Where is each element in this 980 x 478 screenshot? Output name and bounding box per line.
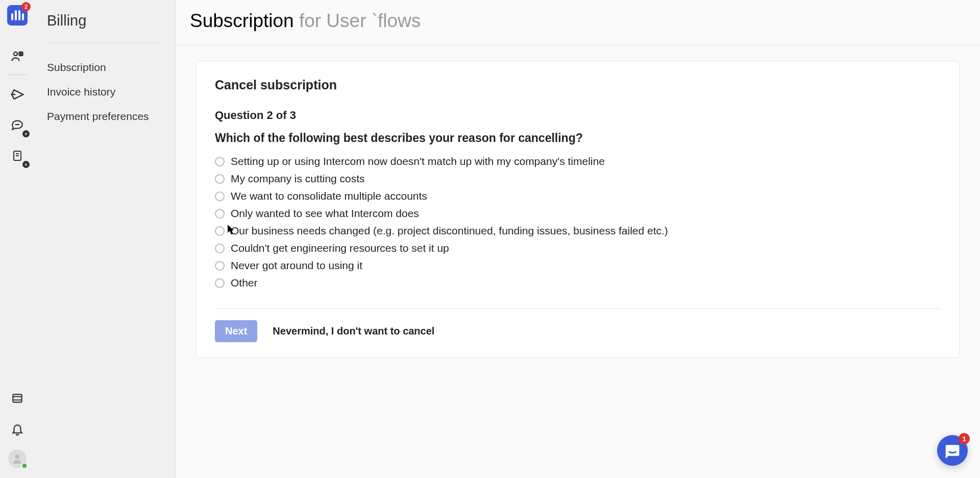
radio-label: Couldn't get engineering resources to se… xyxy=(231,242,449,254)
user-avatar[interactable] xyxy=(8,449,27,468)
page-title-bold: Subscription xyxy=(190,10,294,31)
reason-option-just-looking[interactable]: Only wanted to see what Intercom does xyxy=(215,207,941,220)
page-header: Subscription for User `flows xyxy=(176,0,980,45)
cancel-reason-options: Setting up or using Intercom now doesn't… xyxy=(215,155,941,289)
intercom-logo-icon xyxy=(11,10,24,20)
radio-label: Only wanted to see what Intercom does xyxy=(231,207,419,220)
contacts-icon[interactable] xyxy=(7,46,28,66)
radio-label: Never got around to using it xyxy=(231,259,362,272)
reason-option-no-engineering[interactable]: Couldn't get engineering resources to se… xyxy=(215,242,941,254)
nevermind-button[interactable]: Nevermind, I don't want to cancel xyxy=(273,325,434,337)
question-step-label: Question 2 of 3 xyxy=(215,109,941,122)
reason-option-other[interactable]: Other xyxy=(215,277,941,289)
radio-icon xyxy=(215,209,225,219)
radio-label: Our business needs changed (e.g. project… xyxy=(231,225,668,237)
svg-point-5 xyxy=(21,54,22,55)
reason-option-timeline[interactable]: Setting up or using Intercom now doesn't… xyxy=(215,155,941,168)
library-icon[interactable] xyxy=(7,388,28,409)
radio-icon xyxy=(215,174,225,184)
logo-notification-badge: 2 xyxy=(21,2,31,11)
sidebar-item-payment-preferences[interactable]: Payment preferences xyxy=(35,104,175,129)
next-button[interactable]: Next xyxy=(215,320,257,342)
reason-option-never-used[interactable]: Never got around to using it xyxy=(215,259,941,272)
send-icon[interactable] xyxy=(7,84,28,105)
divider xyxy=(215,308,941,309)
svg-point-4 xyxy=(20,54,20,55)
app-logo[interactable]: 2 xyxy=(7,5,28,26)
sidebar-item-invoice-history[interactable]: Invoice history xyxy=(35,80,175,104)
radio-icon xyxy=(215,244,225,253)
radio-label: Setting up or using Intercom now doesn't… xyxy=(231,155,605,168)
sidebar: Billing Subscription Invoice history Pay… xyxy=(35,0,176,478)
radio-icon xyxy=(215,192,225,201)
icon-rail: 2 + + xyxy=(0,0,35,478)
online-status-indicator xyxy=(21,463,28,469)
svg-rect-7 xyxy=(13,394,21,402)
card-actions: Next Nevermind, I don't want to cancel xyxy=(215,320,941,342)
radio-icon xyxy=(215,226,225,236)
radio-icon xyxy=(215,157,225,166)
page-title-context: for User `flows xyxy=(294,10,421,31)
cancel-subscription-card: Cancel subscription Question 2 of 3 Whic… xyxy=(196,61,960,358)
plus-badge-icon: + xyxy=(22,130,30,137)
chat-bubble-icon xyxy=(944,442,961,459)
radio-label: We want to consolidate multiple accounts xyxy=(231,190,427,202)
sidebar-title: Billing xyxy=(35,12,175,29)
reason-option-consolidate[interactable]: We want to consolidate multiple accounts xyxy=(215,190,941,202)
main-content: Subscription for User `flows Cancel subs… xyxy=(176,0,980,478)
plus-badge-icon: + xyxy=(22,161,30,168)
reason-option-cutting-costs[interactable]: My company is cutting costs xyxy=(215,173,941,185)
radio-label: My company is cutting costs xyxy=(231,173,365,185)
document-add-icon[interactable]: + xyxy=(7,146,28,166)
chat-widget-button[interactable]: 1 xyxy=(937,435,968,466)
chat-add-icon[interactable]: + xyxy=(7,115,28,135)
radio-icon xyxy=(215,278,225,288)
svg-point-3 xyxy=(21,53,22,54)
card-title: Cancel subscription xyxy=(215,78,941,92)
radio-icon xyxy=(215,261,225,271)
sidebar-item-subscription[interactable]: Subscription xyxy=(35,55,175,80)
svg-point-0 xyxy=(14,52,17,56)
page-title: Subscription for User `flows xyxy=(190,10,966,32)
question-text: Which of the following best describes yo… xyxy=(215,131,941,145)
reason-option-business-changed[interactable]: Our business needs changed (e.g. project… xyxy=(215,225,941,237)
svg-point-2 xyxy=(20,53,20,54)
notifications-icon[interactable] xyxy=(7,419,28,439)
chat-notification-badge: 1 xyxy=(959,433,970,444)
svg-point-8 xyxy=(15,455,19,459)
radio-label: Other xyxy=(231,277,258,289)
